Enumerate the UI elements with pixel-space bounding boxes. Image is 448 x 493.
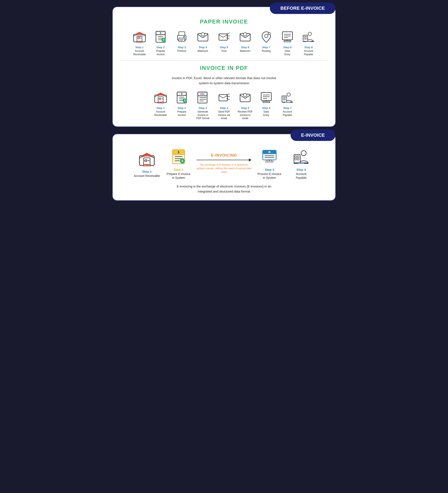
svg-text:PDF: PDF	[200, 93, 204, 95]
paper-step-2-label: Step 2	[156, 46, 165, 49]
paper-step-8: Step 8 DataEntry	[277, 29, 298, 56]
pdf-step-5-label: Step 5	[241, 106, 249, 110]
einvoice-step-2-desc: Prepare E-Invoicein System	[167, 172, 190, 180]
einvoice-badge: E-INVOICE	[291, 130, 335, 141]
einvoice-seller-icon: SELLER	[137, 149, 156, 168]
buyer-icon-9: BUYER	[301, 29, 316, 45]
paper-step-2: $ $ Step 2 PrepareInvoice	[150, 29, 171, 56]
einvoice-buyer-icon: BUYER	[292, 147, 311, 167]
pdf-receive-icon: @	[237, 90, 253, 105]
pdf-invoice-description: Invoice in PDF, Excel, Word or other rel…	[121, 76, 327, 86]
paper-step-4: @ Step 4 Mailroom	[192, 29, 213, 53]
svg-text:$: $	[181, 93, 182, 95]
einvoice-doc-icon: $ $	[169, 147, 188, 167]
svg-text:SELLER: SELLER	[137, 42, 142, 43]
einvoice-card: E-INVOICE SELLER Step 1 Accou	[112, 134, 336, 201]
paper-step-3-desc: Printout	[177, 49, 186, 53]
svg-point-85	[287, 93, 290, 96]
svg-text:$: $	[184, 99, 186, 102]
routing-icon	[259, 29, 274, 45]
paper-step-6: @ Step 6 Mailroom	[235, 29, 256, 53]
svg-point-33	[265, 34, 268, 38]
pdf-send-icon	[216, 90, 232, 105]
paper-step-5: Step 5 Post	[213, 29, 235, 53]
svg-point-22	[183, 36, 185, 37]
svg-rect-83	[263, 101, 270, 103]
svg-rect-117	[265, 161, 274, 163]
svg-rect-87	[283, 97, 284, 98]
svg-point-31	[244, 33, 247, 36]
data-entry-icon-8	[280, 29, 295, 45]
paper-step-4-label: Step 4	[199, 46, 207, 49]
paper-step-7-label: Step 7	[262, 46, 270, 49]
svg-point-100	[148, 160, 149, 161]
svg-point-77	[244, 93, 247, 97]
svg-point-55	[159, 98, 160, 99]
pdf-buyer-icon: BUYER	[280, 90, 295, 105]
einvoice-footer: E-Invoicing is the exchange of electroni…	[121, 184, 327, 194]
einvoice-step-2-label: Step 2	[174, 168, 183, 171]
printer-icon	[174, 29, 189, 45]
arrow-head	[249, 158, 251, 161]
svg-point-98	[145, 160, 146, 161]
svg-rect-89	[283, 99, 284, 100]
svg-text:SELLER: SELLER	[143, 164, 150, 166]
arrow-bar	[197, 160, 249, 160]
svg-rect-19	[179, 38, 185, 42]
pdf-step-5: @ Step 5 Receive PDFinvoice inemail	[235, 90, 256, 120]
svg-point-24	[201, 33, 204, 36]
seller-icon: SELLER	[132, 29, 147, 45]
einvoice-step-4-label: Step 4	[296, 168, 306, 171]
pdf-step-3-desc: GenerateInvoice inPDF format	[196, 110, 209, 120]
svg-text:$: $	[163, 38, 164, 41]
svg-rect-120	[295, 156, 297, 157]
paper-invoice-title: PAPER INVOICE	[113, 18, 335, 25]
svg-point-8	[140, 38, 141, 38]
svg-text:SELLER: SELLER	[158, 102, 163, 103]
einvoice-step-3: $ Step 3 Process E-Invoicein System	[254, 147, 285, 180]
pdf-invoice-steps: SELLER Step 1 AccountReceivable $	[113, 90, 335, 120]
paper-invoice-steps: SELLER Step 1 AccountReceivable	[113, 29, 335, 56]
pdf-step-2-label: Step 2	[178, 106, 186, 110]
svg-rect-43	[303, 35, 308, 42]
einvoice-step-1-desc: Account Receivable	[134, 174, 160, 178]
svg-rect-121	[297, 156, 299, 157]
paper-step-3: Step 3 Printout	[171, 29, 192, 53]
pdf-step-7: BUYER Step 7 AccountPayable	[277, 90, 298, 117]
svg-point-42	[308, 32, 311, 35]
mailroom-icon-6: @	[237, 29, 253, 45]
paper-step-1: SELLER Step 1 AccountReceivable	[129, 29, 150, 56]
svg-point-56	[160, 98, 161, 99]
pdf-step-7-label: Step 7	[283, 106, 291, 110]
paper-step-5-desc: Post	[222, 49, 226, 53]
pdf-step-1: SELLER Step 1 AccountReceivable	[150, 90, 171, 117]
svg-point-57	[162, 98, 162, 99]
pdf-step-6: Step 6 DataEntry	[256, 90, 277, 117]
paper-step-1-desc: AccountReceivable	[133, 49, 146, 56]
pdf-step-4-label: Step 4	[220, 106, 228, 110]
einvoicing-label: E-INVOICING	[211, 153, 237, 158]
pdf-data-entry-icon	[259, 90, 274, 105]
paper-step-2-desc: PrepareInvoice	[156, 49, 165, 56]
paper-step-9: BUYER Step 9 AccountPayable	[298, 29, 319, 56]
pdf-invoice-title: INVOICE IN PDF	[113, 65, 335, 71]
prepare-invoice-icon: $ $	[153, 29, 168, 45]
paper-step-6-desc: Mailroom	[240, 49, 250, 53]
pdf-step-6-label: Step 6	[262, 106, 270, 110]
svg-rect-18	[179, 32, 185, 35]
einvoice-step-3-label: Step 3	[265, 168, 274, 171]
svg-rect-44	[304, 36, 305, 37]
einvoice-step-4-desc: AccountPayable	[296, 172, 307, 180]
pdf-step-2-desc: PrepareInvoice	[177, 110, 186, 117]
pdf-step-1-label: Step 1	[156, 106, 165, 110]
paper-step-6-label: Step 6	[241, 46, 249, 49]
svg-point-118	[301, 151, 306, 156]
before-einvoice-card: BEFORE E-INVOICE PAPER INVOICE SELLER	[112, 6, 336, 127]
paper-step-7-desc: Routing	[262, 49, 270, 53]
svg-rect-47	[306, 38, 307, 39]
paper-step-4-desc: Mailroom	[198, 49, 208, 53]
paper-step-7: Step 7 Routing	[256, 29, 277, 53]
svg-rect-90	[284, 99, 286, 100]
pdf-seller-icon: SELLER	[153, 90, 168, 105]
svg-text:$: $	[269, 152, 270, 153]
